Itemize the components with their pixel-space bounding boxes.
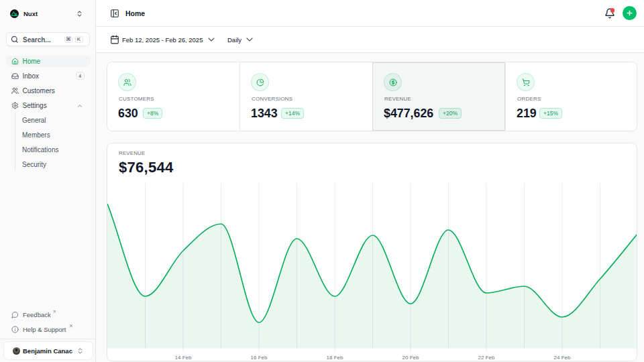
svg-text:22 Feb: 22 Feb — [478, 355, 495, 361]
svg-text:24 Feb: 24 Feb — [554, 355, 571, 361]
svg-text:20 Feb: 20 Feb — [402, 355, 419, 361]
svg-text:18 Feb: 18 Feb — [327, 355, 343, 361]
svg-text:16 Feb: 16 Feb — [251, 355, 268, 361]
svg-text:14 Feb: 14 Feb — [175, 355, 192, 361]
